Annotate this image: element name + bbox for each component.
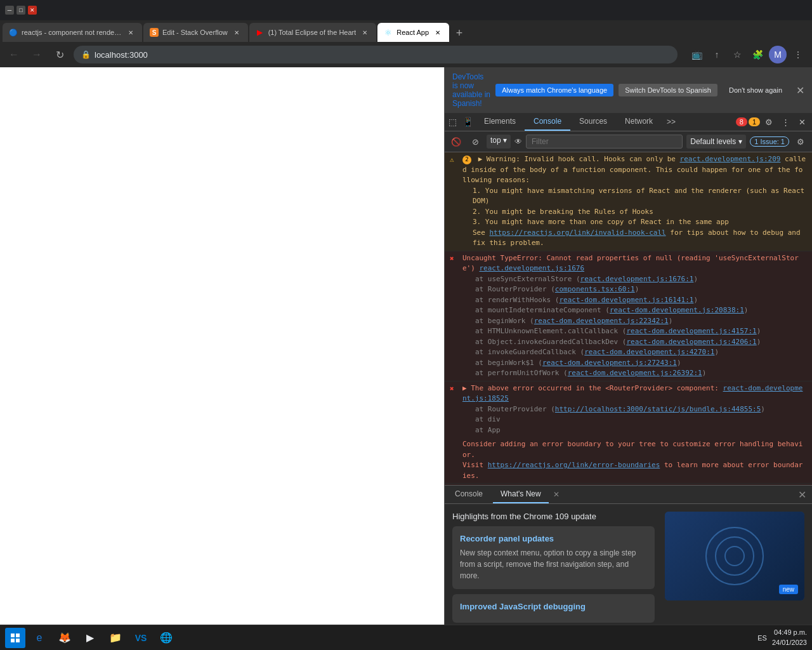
tab3-favicon: ▶ <box>256 28 265 37</box>
tab3-close[interactable]: ✕ <box>360 27 370 37</box>
date-display: 24/01/2023 <box>772 638 807 647</box>
notification-btn-dismiss[interactable]: Don't show again <box>723 84 789 96</box>
bottom-tab-whats-new[interactable]: What's New <box>493 486 549 503</box>
devtools-tab-elements[interactable]: Elements <box>475 113 525 131</box>
console-filter-icon[interactable]: ⊘ <box>468 134 483 149</box>
ie-icon: e <box>33 632 46 644</box>
devtools-close-icon[interactable]: ✕ <box>794 114 809 129</box>
stack-link-5[interactable]: react-dom.development.js:22342:1 <box>534 317 669 325</box>
devtools-tab-network[interactable]: Network <box>616 113 662 131</box>
devtools-tab-more[interactable]: >> <box>662 114 681 130</box>
bottom-tab-console[interactable]: Console <box>447 486 490 503</box>
reload-button[interactable]: ↻ <box>51 46 69 63</box>
notification-close-icon[interactable]: ✕ <box>796 84 804 96</box>
main-content: DevTools is now available in Spanish! Al… <box>0 67 812 625</box>
time-display: 04:49 p.m. <box>772 628 807 637</box>
hooks-link[interactable]: https://reactjs.org/link/invalid-hook-ca… <box>490 229 666 237</box>
tab2-title: Edit - Stack Overflow <box>162 29 228 36</box>
devtools-device-icon[interactable]: 📱 <box>460 114 475 129</box>
stack-link-1[interactable]: react.development.js:1676:1 <box>580 275 694 283</box>
bookmark-icon[interactable]: ☆ <box>728 46 746 63</box>
address-text: localhost:3000 <box>95 50 670 60</box>
notification-btn-primary[interactable]: Always match Chrome's language <box>495 84 613 96</box>
whats-new-close-tab[interactable]: ✕ <box>551 489 561 500</box>
tab1-title: reactjs - component not renderi... <box>22 29 122 36</box>
stack-link-6[interactable]: react-dom.development.js:4157:1 <box>626 327 756 335</box>
feature-title-js[interactable]: Improved JavaScript debugging <box>460 602 647 611</box>
stack-link-11[interactable]: http://localhost:3000/static/js/bundle.j… <box>555 405 761 413</box>
notification-text: DevTools is now available in Spanish! <box>452 72 490 108</box>
lang-indicator: ES <box>757 634 767 642</box>
console-entry-error-1: ✖ Uncaught TypeError: Cannot read proper… <box>445 251 812 381</box>
cast-icon[interactable]: 📺 <box>688 46 705 63</box>
eye-icon[interactable]: 👁 <box>514 137 522 146</box>
console-clear-icon[interactable]: 🚫 <box>449 134 464 149</box>
devtools-inspect-icon[interactable]: ⬚ <box>445 114 460 129</box>
notification-btn-secondary[interactable]: Switch DevTools to Spanish <box>619 84 717 96</box>
error-source-1[interactable]: react.development.js:1676 <box>480 264 585 272</box>
address-input[interactable]: 🔒 localhost:3000 <box>74 46 678 63</box>
stack-link-2[interactable]: components.tsx:60:1 <box>555 285 635 293</box>
console-top-text: top <box>490 136 501 145</box>
feature-title-recorder[interactable]: Recorder panel updates <box>460 534 647 543</box>
taskbar-item-media[interactable]: ▶ <box>79 628 102 648</box>
taskbar: e 🦊 ▶ 📁 VS 🌐 ES 04:49 p.m. 24/01/2023 <box>0 625 812 650</box>
tab1-favicon: 🔵 <box>9 28 18 37</box>
devtools-more-icon[interactable]: ⋮ <box>778 114 793 129</box>
stack-link-9[interactable]: react-dom.development.js:27243:1 <box>542 359 677 367</box>
console-settings-icon[interactable]: ⚙ <box>793 134 808 149</box>
tab-reactapp[interactable]: ⚛ React App ✕ <box>377 23 449 42</box>
console-filter-input[interactable] <box>526 135 683 149</box>
svg-rect-3 <box>11 633 15 637</box>
taskbar-item-chrome[interactable]: 🌐 <box>155 628 178 648</box>
taskbar-item-firefox[interactable]: 🦊 <box>53 628 76 648</box>
error2-text: ▶ The above error occurred in the <Route… <box>462 384 719 392</box>
warning-count-badge: 1 <box>749 117 760 126</box>
minimize-button[interactable]: ─ <box>5 6 14 15</box>
bottom-panel: Console What's New ✕ ✕ Highlights from t… <box>445 485 812 625</box>
whats-new-content: Highlights from the Chrome 109 update Re… <box>445 504 812 625</box>
devtools-tabs: Elements Console Sources Network >> <box>475 113 736 131</box>
error-boundaries-link[interactable]: https://reactjs.org/link/error-boundarie… <box>488 461 660 469</box>
stack-link-3[interactable]: react-dom.development.js:16141:1 <box>559 296 693 304</box>
warning-link-1[interactable]: react.development.js:209 <box>680 155 781 163</box>
console-level-select[interactable]: Default levels ▾ <box>686 135 746 149</box>
back-button[interactable]: ← <box>5 46 23 63</box>
share-icon[interactable]: ↑ <box>708 46 726 63</box>
tab-stackoverflow[interactable]: S Edit - Stack Overflow ✕ <box>143 23 248 42</box>
devtools-toolbar-icons: 8 1 ⚙ ⋮ ✕ <box>736 114 812 129</box>
warning-text-1: ▶ Warning: Invalid hook call. Hooks can … <box>478 155 680 163</box>
devtools-tab-sources[interactable]: Sources <box>570 113 616 131</box>
menu-icon[interactable]: ⋮ <box>789 46 807 63</box>
stack-link-4[interactable]: react-dom.development.js:20838:1 <box>610 306 744 314</box>
console-top-select[interactable]: top ▾ <box>487 135 511 149</box>
toolbar-icons: 📺 ↑ ☆ 🧩 M ⋮ <box>688 46 807 63</box>
stack-link-8[interactable]: react-dom.development.js:4270:1 <box>584 348 714 356</box>
bottom-panel-close[interactable]: ✕ <box>794 487 809 502</box>
profile-icon[interactable]: M <box>769 46 787 63</box>
tab-reactjs[interactable]: 🔵 reactjs - component not renderi... ✕ <box>3 23 142 42</box>
close-window-button[interactable]: ✕ <box>28 6 37 15</box>
tab4-close[interactable]: ✕ <box>433 27 443 37</box>
console-entry-warning-content: 2 ▶ Warning: Invalid hook call. Hooks ca… <box>462 154 807 249</box>
new-tab-button[interactable]: + <box>450 24 468 42</box>
tab2-close[interactable]: ✕ <box>232 27 242 37</box>
taskbar-item-vscode[interactable]: VS <box>129 628 152 648</box>
stack-link-7[interactable]: react-dom.development.js:4206:1 <box>626 338 756 346</box>
svg-rect-6 <box>16 639 20 642</box>
taskbar-item-ie[interactable]: e <box>28 628 51 648</box>
extension-icon[interactable]: 🧩 <box>749 46 766 63</box>
console-entry-error-1-content: Uncaught TypeError: Cannot read properti… <box>462 253 807 379</box>
svg-rect-4 <box>16 633 20 637</box>
tab1-close[interactable]: ✕ <box>126 27 136 37</box>
devtools-settings-icon[interactable]: ⚙ <box>761 114 776 129</box>
taskbar-item-explorer[interactable]: 📁 <box>104 628 127 648</box>
devtools-tab-console[interactable]: Console <box>525 113 570 131</box>
start-button[interactable] <box>5 628 25 648</box>
maximize-button[interactable]: □ <box>16 6 25 15</box>
forward-button[interactable]: → <box>28 46 46 63</box>
stack-link-10[interactable]: react-dom.development.js:26392:1 <box>568 369 702 377</box>
lock-icon: 🔒 <box>81 50 91 59</box>
feature-desc-recorder: New step context menu, option to copy a … <box>460 547 647 581</box>
tab-youtube[interactable]: ▶ (1) Total Eclipse of the Heart ✕ <box>249 23 377 42</box>
